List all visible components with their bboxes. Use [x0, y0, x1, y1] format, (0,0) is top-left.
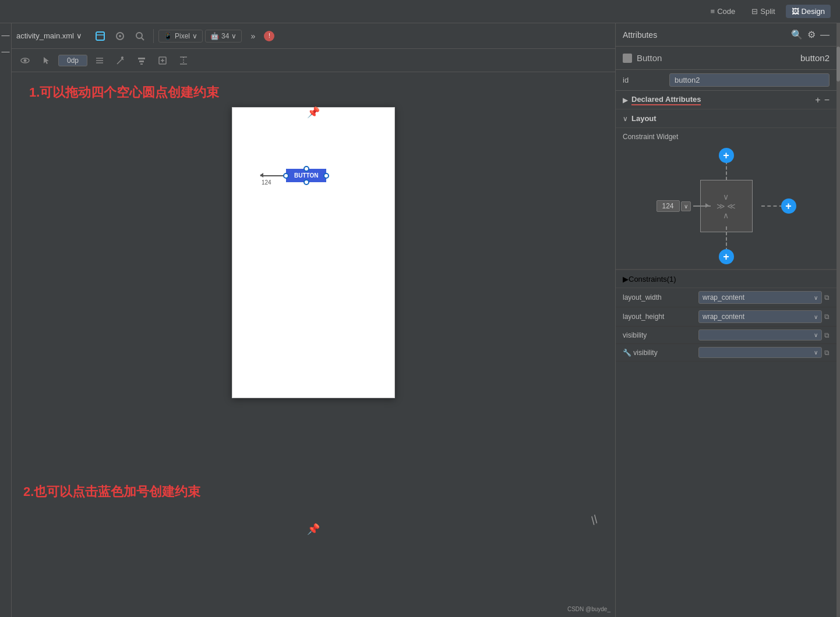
id-input[interactable]: [669, 73, 830, 87]
scroll-thumb: [837, 47, 840, 81]
connections-button[interactable]: [91, 52, 108, 69]
device-chevron: ∨: [192, 32, 197, 40]
search-icon[interactable]: 🔍: [791, 29, 803, 40]
diagram-inner-arrows: ∨≫ ≪∧: [717, 192, 736, 220]
component-id-display: button2: [800, 53, 830, 63]
design-view-button[interactable]: 🖼 Design: [786, 5, 831, 18]
diagram-dropdown[interactable]: ∨: [681, 201, 691, 211]
separator-1: [153, 29, 154, 43]
align-button[interactable]: [133, 52, 150, 69]
code-icon: ≡: [711, 7, 715, 16]
pin-icon-bottom: 📌: [307, 523, 320, 536]
cursor-button[interactable]: [37, 52, 55, 69]
layout-width-dropdown[interactable]: wrap_content ∨: [698, 291, 822, 304]
plus-top-button[interactable]: +: [719, 148, 734, 163]
resize-indicator: //: [588, 513, 601, 527]
split-view-button[interactable]: ⊟ Split: [746, 5, 781, 18]
layout-section-title: Layout: [631, 114, 657, 123]
error-badge[interactable]: !: [264, 31, 274, 41]
declared-actions: + −: [815, 95, 830, 105]
visibility-dropdown-2[interactable]: ∨: [698, 347, 822, 358]
declared-add-button[interactable]: +: [815, 95, 820, 105]
api-label: 34: [221, 32, 229, 40]
more-options-button[interactable]: »: [244, 28, 262, 44]
button-widget[interactable]: BUTTON: [286, 169, 326, 182]
component-row: Button button2: [616, 47, 837, 70]
margin-input[interactable]: 0dp: [58, 55, 87, 66]
vertical-guide-button[interactable]: [175, 52, 192, 69]
solid-line-to-box: [693, 205, 711, 207]
handle-right[interactable]: [323, 173, 329, 179]
layout-height-arrow: ∨: [814, 314, 818, 320]
layout-height-dropdown[interactable]: wrap_content ∨: [698, 310, 822, 323]
svg-rect-0: [96, 32, 104, 40]
handle-top[interactable]: [303, 166, 309, 172]
margin-expand-button[interactable]: [154, 52, 171, 69]
device-selector[interactable]: 📱 Pixel ∨: [158, 30, 203, 42]
attributes-header: Attributes 🔍 ⚙ —: [616, 23, 837, 47]
right-scrollbar[interactable]: [837, 23, 840, 617]
declared-attributes-section[interactable]: ▶ Declared Attributes + −: [616, 91, 837, 109]
layout-height-copy[interactable]: ⧉: [824, 313, 830, 321]
widget-area: 124 BUTTON: [260, 169, 326, 182]
editor-panel: activity_main.xml ∨: [12, 23, 615, 617]
svg-rect-9: [139, 61, 144, 62]
attributes-icons: 🔍 ⚙ —: [791, 29, 830, 40]
layout-section-header[interactable]: ∨ Layout: [616, 109, 837, 128]
api-selector[interactable]: 🤖 34 ∨: [205, 30, 242, 42]
watermark: CSDN @buyde_: [567, 606, 610, 612]
layout-width-copy[interactable]: ⧉: [824, 293, 830, 302]
visibility-copy-1[interactable]: ⧉: [824, 331, 830, 339]
svg-point-3: [136, 33, 142, 38]
handle-left[interactable]: [283, 173, 289, 179]
plus-right-button[interactable]: +: [781, 198, 796, 214]
android-icon: 🤖: [210, 32, 219, 40]
zoom-button[interactable]: [131, 28, 149, 44]
layout-width-label: layout_width: [623, 293, 698, 302]
split-label: Split: [760, 7, 775, 16]
component-name-left: Button: [623, 53, 662, 63]
design-label: Design: [802, 7, 825, 16]
layout-type-button[interactable]: [91, 28, 109, 44]
pin-icon-top: 📌: [307, 106, 320, 119]
filename-label: activity_main.xml: [16, 31, 74, 40]
sidebar-icon-2[interactable]: —: [0, 44, 12, 58]
component-type: Button: [637, 53, 662, 63]
left-value-group: ∨: [657, 200, 691, 212]
collapse-icon[interactable]: —: [820, 30, 830, 40]
id-row: id: [616, 70, 837, 91]
visibility-copy-2[interactable]: ⧉: [824, 349, 830, 357]
sidebar-icon-1[interactable]: —: [0, 28, 12, 42]
visibility-arrow-2: ∨: [814, 349, 818, 356]
handle-bottom[interactable]: [303, 179, 309, 185]
layout-height-label: layout_height: [623, 313, 698, 321]
canvas-area[interactable]: 1.可以拖动四个空心圆点创建约束 📌 124: [12, 72, 615, 617]
constraint-widget-label: Constraint Widget: [623, 133, 830, 141]
target-button[interactable]: [111, 28, 129, 44]
eye-button[interactable]: [16, 52, 34, 69]
design-icon: 🖼: [792, 7, 799, 16]
left-sidebar: — —: [0, 23, 12, 617]
constraints-section-header[interactable]: ▶ Constraints (1): [616, 270, 837, 288]
magic-wand-button[interactable]: [112, 52, 129, 69]
left-constraint-indicator: 124: [260, 175, 284, 176]
declared-remove-button[interactable]: −: [824, 95, 830, 105]
main-layout: — — activity_main.xml ∨: [0, 23, 840, 617]
svg-line-4: [142, 38, 144, 40]
filename-display[interactable]: activity_main.xml ∨: [16, 31, 82, 40]
plus-bottom-button[interactable]: +: [719, 249, 734, 264]
layout-width-row: layout_width wrap_content ∨ ⧉: [616, 288, 837, 307]
layout-height-value: wrap_content: [703, 313, 814, 321]
diagram-value-input[interactable]: [657, 200, 680, 212]
api-chevron: ∨: [231, 32, 237, 40]
svg-point-7: [121, 56, 123, 59]
visibility-row-2: 🔧 visibility ∨ ⧉: [616, 344, 837, 361]
annotation-1: 1.可以拖动四个空心圆点创建约束: [29, 84, 219, 101]
constraints-title: Constraints: [629, 275, 667, 283]
declared-chevron: ▶: [623, 96, 628, 104]
visibility-text-2: visibility: [633, 349, 657, 357]
visibility-dropdown-1[interactable]: ∨: [698, 329, 822, 341]
code-view-button[interactable]: ≡ Code: [705, 5, 742, 18]
declared-attributes-title: Declared Attributes: [631, 95, 701, 105]
settings-icon[interactable]: ⚙: [807, 29, 816, 40]
